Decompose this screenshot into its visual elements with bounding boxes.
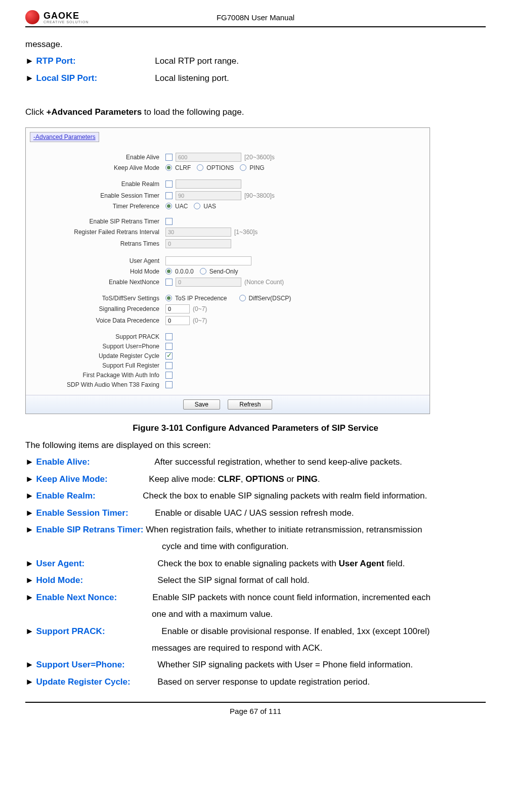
save-button[interactable]: Save (183, 399, 220, 410)
click-post: to load the following page. (142, 107, 244, 117)
hold-mode-label: Hold Mode: (36, 572, 155, 588)
logo-subtitle: CREATIVE SOLUTION (44, 20, 89, 24)
update-reg-cycle-label: Update Register Cycle: (36, 674, 155, 690)
cb-support-full-reg[interactable] (165, 362, 173, 369)
rb-clrf[interactable] (165, 164, 172, 171)
input-user-agent[interactable] (165, 256, 251, 265)
enable-next-nonce-desc2: one and with a maximum value. (25, 606, 486, 622)
rb-options[interactable] (197, 164, 203, 171)
figure-caption: Figure 3-101 Configure Advanced Paramete… (25, 423, 486, 433)
enable-sip-retrans-desc2: cycle and time with configuration. (25, 538, 486, 554)
input-session-timer[interactable] (176, 191, 241, 200)
local-sip-port-label: Local SIP Port: (36, 70, 153, 86)
user-agent-label: User Agent: (36, 556, 155, 571)
desc-intro: The following items are displayed on thi… (25, 437, 486, 453)
input-voice-precedence[interactable] (165, 316, 190, 325)
arrow-icon: ► (25, 73, 36, 83)
cb-support-prack[interactable] (165, 333, 173, 340)
lbl-sdp-audio-t38: SDP With Audio When T38 Faxing (34, 381, 165, 388)
lbl-hold-mode: Hold Mode (34, 268, 165, 275)
enable-realm-desc: Check the box to enable SIP signaling pa… (143, 491, 427, 501)
lbl-support-prack: Support PRACK (34, 333, 165, 340)
hint-voice-precedence: (0~7) (193, 317, 207, 324)
rtp-port-label: RTP Port: (36, 53, 153, 69)
support-prack-desc1: Enable or disable provisional response. … (161, 626, 430, 636)
logo-icon (25, 10, 39, 24)
enable-session-timer-label: Enable Session Timer: (36, 505, 153, 521)
lbl-sig-precedence: Signalling Precedence (34, 305, 165, 312)
local-sip-port-desc: Local listening port. (155, 73, 229, 83)
cb-sip-retrans[interactable] (165, 218, 173, 225)
advanced-params-link[interactable]: -Advanced Parameters (30, 132, 99, 142)
support-userphone-label: Support User=Phone: (36, 657, 155, 672)
intro-block: message. ► RTP Port: Local RTP port rang… (25, 36, 486, 120)
cb-sdp-audio-t38[interactable] (165, 381, 173, 388)
refresh-button[interactable]: Refresh (228, 399, 272, 410)
logo-text: GAOKE (44, 11, 89, 21)
arrow-icon: ► (25, 56, 36, 66)
enable-alive-desc: After successful registration, whether t… (154, 457, 402, 467)
page-footer: Page 67 of 111 (25, 702, 486, 715)
keep-alive-label: Keep Alive Mode: (36, 471, 147, 487)
hint-reg-failed-retrans: [1~360]s (234, 229, 258, 236)
input-reg-failed-retrans[interactable] (165, 228, 231, 237)
arrow-icon: ► (25, 626, 36, 636)
input-nextnonce[interactable] (176, 278, 241, 287)
arrow-icon: ► (25, 525, 36, 534)
keep-alive-desc-pre: Keep alive mode: (149, 474, 218, 484)
rb-ping[interactable] (240, 164, 246, 171)
arrow-icon: ► (25, 593, 36, 602)
hint-nextnonce: (Nonce Count) (244, 279, 284, 286)
lbl-enable-nextnonce: Enable NextNonce (34, 279, 165, 286)
input-sig-precedence[interactable] (165, 304, 190, 313)
logo: GAOKE CREATIVE SOLUTION (25, 10, 89, 24)
rb-diffserv[interactable] (239, 295, 246, 301)
enable-next-nonce-label: Enable Next Nonce: (36, 590, 150, 605)
lbl-support-userphone: Support User=Phone (34, 343, 165, 350)
arrow-icon: ► (25, 491, 36, 501)
lbl-enable-session-timer: Enable Session Timer (34, 192, 165, 199)
rb-uac[interactable] (165, 203, 172, 209)
update-reg-cycle-desc: Based on server response to update regis… (157, 677, 370, 687)
lbl-timer-preference: Timer Preference (34, 203, 165, 210)
support-prack-desc2: messages are required to respond with AC… (25, 640, 486, 656)
cb-enable-alive[interactable] (165, 154, 173, 161)
arrow-icon: ► (25, 660, 36, 669)
cb-support-userphone[interactable] (165, 343, 173, 350)
click-pre: Click (25, 107, 47, 117)
arrow-icon: ► (25, 474, 36, 484)
rb-hold-sendonly[interactable] (200, 268, 206, 275)
hold-mode-desc: Select the SIP signal format of call hol… (157, 575, 309, 585)
arrow-icon: ► (25, 559, 36, 568)
hint-sig-precedence: (0~7) (193, 305, 207, 312)
rb-tos-ip[interactable] (165, 295, 172, 301)
lbl-enable-alive: Enable Alive (34, 154, 165, 161)
lbl-enable-sip-retrans: Enable SIP Retrans Timer (34, 218, 165, 225)
lbl-user-agent: User Agent (34, 257, 165, 264)
page-header: GAOKE CREATIVE SOLUTION FG7008N User Man… (25, 10, 486, 27)
cb-update-reg-cycle[interactable] (165, 352, 173, 359)
support-userphone-desc: Whether SIP signaling packets with User … (157, 660, 413, 669)
cb-first-pkg-auth[interactable] (165, 372, 173, 379)
support-prack-label: Support PRACK: (36, 623, 159, 639)
document-title: FG7008N User Manual (217, 13, 294, 22)
cb-enable-realm[interactable] (165, 181, 173, 188)
input-retrans-times[interactable] (165, 239, 231, 248)
hint-session-timer: [90~3800]s (244, 192, 275, 199)
arrow-icon: ► (25, 575, 36, 585)
lbl-update-reg-cycle: Update Register Cycle (34, 352, 165, 359)
enable-realm-label: Enable Realm: (36, 488, 141, 504)
arrow-icon: ► (25, 457, 36, 467)
rb-uas[interactable] (194, 203, 200, 209)
lbl-support-full-reg: Support Full Register (34, 362, 165, 369)
enable-sip-retrans-label: Enable SIP Retrans Timer: (36, 525, 144, 534)
rb-hold-0000[interactable] (165, 268, 172, 275)
arrow-icon: ► (25, 508, 36, 518)
hint-enable-alive: [20~3600]s (244, 154, 275, 161)
message-line: message. (25, 36, 486, 52)
cb-nextnonce[interactable] (165, 279, 173, 286)
input-enable-alive[interactable] (176, 153, 241, 162)
lbl-retrans-times: Retrans Times (34, 240, 165, 247)
cb-enable-session-timer[interactable] (165, 192, 173, 199)
input-enable-realm[interactable] (176, 179, 241, 189)
